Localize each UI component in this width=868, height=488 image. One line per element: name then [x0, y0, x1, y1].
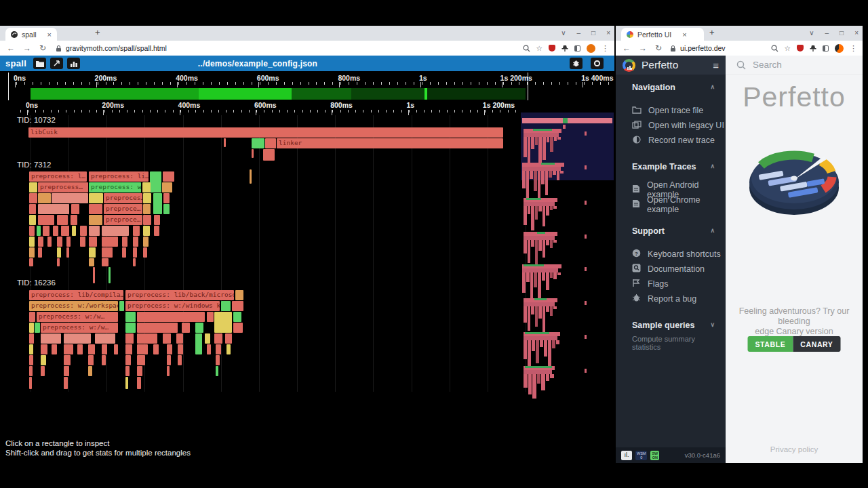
- timeline-cursor[interactable]: [528, 73, 528, 100]
- sidebar-item-open-chrome-example[interactable]: Open Chrome example: [616, 197, 726, 212]
- flame-span[interactable]: [114, 344, 118, 354]
- flame-span[interactable]: [29, 193, 37, 203]
- flame-span[interactable]: preprocess: li…: [89, 171, 149, 182]
- sidebar-item-record-new-trace[interactable]: Record new trace: [616, 133, 726, 148]
- flame-span[interactable]: [57, 247, 61, 258]
- tab-perfetto[interactable]: Perfetto UI ×: [621, 28, 704, 41]
- flame-span[interactable]: [80, 226, 87, 236]
- flame-span[interactable]: [137, 377, 141, 389]
- flame-span[interactable]: [125, 312, 136, 322]
- flame-span[interactable]: [89, 237, 97, 247]
- flame-span[interactable]: [61, 226, 69, 236]
- zoom-icon[interactable]: [523, 45, 530, 52]
- flame-span[interactable]: [95, 333, 115, 344]
- flame-span[interactable]: [153, 344, 159, 354]
- extension-shield-icon[interactable]: [549, 45, 555, 52]
- browser-menu-icon[interactable]: ⋮: [601, 44, 609, 53]
- chevron-up-icon[interactable]: ∧: [710, 83, 715, 90]
- flame-span[interactable]: [163, 171, 174, 182]
- flame-span[interactable]: [252, 138, 264, 148]
- profile-avatar[interactable]: [587, 44, 595, 53]
- flame-span[interactable]: [154, 215, 160, 225]
- close-window-icon[interactable]: ×: [606, 30, 610, 37]
- extensions-pin-icon[interactable]: [561, 45, 568, 52]
- maximize-icon[interactable]: □: [591, 30, 595, 37]
- flame-span[interactable]: [221, 301, 231, 311]
- flame-span[interactable]: [29, 377, 32, 389]
- flame-span[interactable]: [153, 193, 162, 214]
- forward-icon[interactable]: →: [23, 43, 31, 53]
- flame-span[interactable]: [38, 193, 51, 203]
- flame-span[interactable]: [89, 258, 94, 266]
- flame-span[interactable]: preproce…: [104, 204, 142, 214]
- flame-span[interactable]: [57, 237, 62, 247]
- flame-span[interactable]: [235, 290, 243, 300]
- flame-span[interactable]: preproce…: [104, 215, 142, 225]
- flame-span[interactable]: [29, 247, 35, 258]
- settings-button[interactable]: [591, 58, 604, 69]
- flame-span[interactable]: preprocess…: [38, 182, 88, 192]
- flame-span[interactable]: [77, 344, 83, 354]
- new-tab-button[interactable]: +: [95, 27, 100, 37]
- flame-span[interactable]: [263, 149, 275, 161]
- flame-span[interactable]: [102, 226, 129, 236]
- flame-span[interactable]: [108, 267, 111, 283]
- flame-span[interactable]: [167, 344, 172, 354]
- flame-span[interactable]: [125, 344, 132, 354]
- flame-span[interactable]: [57, 258, 60, 266]
- flame-span[interactable]: [232, 301, 243, 311]
- flame-span[interactable]: [122, 247, 126, 258]
- flame-span[interactable]: [143, 204, 151, 214]
- flame-span[interactable]: [216, 355, 220, 365]
- flame-span[interactable]: [38, 215, 54, 225]
- sidebar-item-report-a-bug[interactable]: Report a bug: [616, 291, 726, 306]
- flame-span[interactable]: [143, 215, 151, 225]
- flame-span[interactable]: [176, 333, 183, 344]
- flame-span[interactable]: [250, 169, 252, 184]
- flame-span[interactable]: [64, 344, 73, 354]
- flame-span[interactable]: [52, 193, 88, 203]
- flame-span[interactable]: preprocess: w:/workspac…: [29, 301, 118, 311]
- star-icon[interactable]: ☆: [785, 44, 791, 52]
- flame-span[interactable]: [29, 204, 36, 214]
- flame-span[interactable]: [162, 182, 172, 192]
- flame-span[interactable]: preprocess: w:/w…: [41, 323, 118, 333]
- flame-span[interactable]: [125, 366, 130, 376]
- flame-span[interactable]: [142, 182, 151, 192]
- flame-span[interactable]: [35, 323, 40, 333]
- hamburger-icon[interactable]: ≡: [713, 60, 719, 71]
- flame-span[interactable]: [207, 344, 211, 354]
- minimize-icon[interactable]: –: [577, 30, 581, 37]
- flame-span[interactable]: [29, 258, 33, 266]
- flame-span[interactable]: [64, 366, 69, 376]
- flame-span[interactable]: [102, 237, 118, 247]
- flame-span[interactable]: preprocess: w:/w…: [37, 312, 118, 322]
- flame-span[interactable]: libCuik: [28, 127, 503, 138]
- flame-span[interactable]: [154, 226, 159, 236]
- flame-span[interactable]: preprocess: w:…: [89, 182, 141, 192]
- flame-span[interactable]: [89, 247, 96, 258]
- flame-span[interactable]: [216, 366, 218, 376]
- flame-span[interactable]: [233, 323, 243, 333]
- close-tab-icon[interactable]: ×: [47, 30, 52, 39]
- activity-segment[interactable]: [31, 88, 199, 100]
- flame-span[interactable]: [41, 366, 45, 376]
- flame-span[interactable]: [226, 344, 231, 354]
- flame-span[interactable]: [71, 204, 79, 214]
- flame-span[interactable]: [89, 193, 103, 203]
- browser-menu-icon[interactable]: ⋮: [850, 44, 857, 53]
- timeline-cursor[interactable]: [8, 73, 9, 100]
- flame-span[interactable]: [214, 312, 232, 333]
- flame-span[interactable]: [137, 344, 148, 354]
- flame-span[interactable]: [122, 237, 127, 247]
- flame-span[interactable]: preprocess: lib/compila…: [29, 290, 123, 300]
- sidebar-item-open-trace-file[interactable]: Open trace file: [616, 103, 726, 118]
- flame-span[interactable]: [119, 301, 124, 311]
- flame-span[interactable]: [29, 182, 37, 192]
- new-tab-button[interactable]: +: [709, 27, 715, 37]
- flame-span[interactable]: [29, 344, 33, 354]
- flame-span[interactable]: [125, 323, 136, 333]
- flame-span[interactable]: [224, 138, 226, 147]
- flame-span[interactable]: [133, 258, 136, 266]
- flame-span[interactable]: [214, 333, 222, 344]
